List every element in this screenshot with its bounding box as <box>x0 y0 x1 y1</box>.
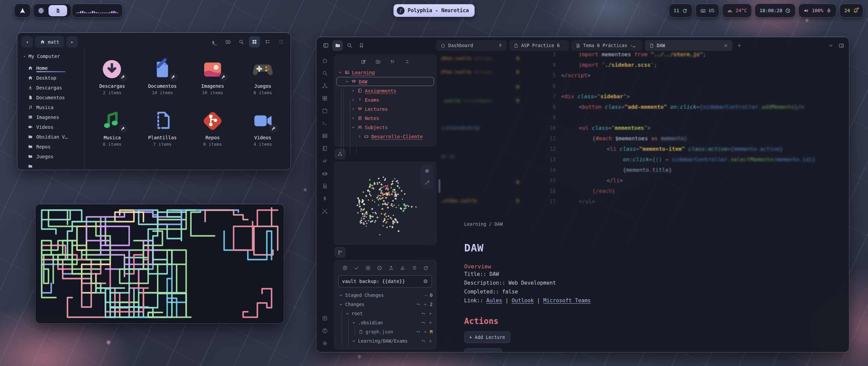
ribbon-search-icon[interactable] <box>320 68 330 78</box>
sidebar-item-descargas[interactable]: Descargas <box>23 83 83 93</box>
bookmarks-button[interactable] <box>356 40 367 51</box>
folder-item-descargas[interactable]: Descargas 2 items <box>89 54 136 105</box>
link-microsoft-teams[interactable]: Microsoft Teams <box>543 298 591 304</box>
sidebar-item-obsidian-v-[interactable]: Obsidian V… <box>23 132 83 142</box>
tree-item-daw[interactable]: DAW <box>336 77 434 86</box>
tree-item-desarrollo-cliente[interactable]: Desarrollo-Cliente <box>336 132 434 141</box>
commit-message-input[interactable]: vault backup: {{date}} <box>338 275 432 287</box>
git-check-button[interactable] <box>354 265 359 271</box>
sidebar-item-juegos[interactable]: Juegos <box>23 151 83 161</box>
discard-icon[interactable] <box>416 330 421 334</box>
git-circleminus-button[interactable] <box>377 265 382 271</box>
pin-icon[interactable] <box>498 43 503 48</box>
caret-down-icon[interactable] <box>351 125 355 129</box>
obsidian-editor-pane[interactable]: dOne.sveltesrc\co…U dTwo.sveltesrc\co…U … <box>439 52 849 352</box>
file-explorer-button[interactable] <box>332 40 343 51</box>
tree-item-assignments[interactable]: Assignments <box>336 86 434 95</box>
ribbon-home-icon[interactable] <box>320 56 330 65</box>
note-breadcrumb[interactable]: Learning / DAW <box>464 221 722 227</box>
git-row-changes[interactable]: Changes 2 <box>338 300 433 309</box>
caret-right-icon[interactable] <box>358 135 361 138</box>
ribbon-tableic-icon[interactable] <box>320 131 330 141</box>
weather-indicator[interactable]: 24°C <box>722 3 752 18</box>
tree-item-learning[interactable]: Learning <box>336 68 434 77</box>
stage-icon[interactable] <box>423 330 428 334</box>
ribbon-gear-icon[interactable] <box>320 339 330 348</box>
tab-daw[interactable]: DAW <box>645 40 732 51</box>
toggle-left-sidebar-button[interactable] <box>320 40 331 51</box>
stage-icon[interactable] <box>423 302 428 307</box>
ribbon-help-icon[interactable] <box>320 326 330 336</box>
caret-right-icon[interactable] <box>351 107 355 111</box>
folder-item-musica[interactable]: Musica 6 items <box>89 105 136 157</box>
graph-view[interactable] <box>334 162 434 245</box>
tree-item-lectures[interactable]: Lectures <box>336 104 434 114</box>
discard-icon[interactable] <box>421 339 426 343</box>
git-circleplus-button[interactable] <box>365 265 371 271</box>
workspace-active[interactable] <box>48 5 67 16</box>
keyboard-layout-indicator[interactable]: US <box>695 3 719 18</box>
ribbon-gamepad-icon[interactable] <box>320 169 330 178</box>
git-circleup-button[interactable] <box>342 265 348 271</box>
caret-down-icon[interactable] <box>345 80 349 83</box>
sidebar-item-musica[interactable]: Musica <box>23 102 83 112</box>
open-terminal-button[interactable]: $_ <box>209 36 220 47</box>
git-downloadtray-button[interactable] <box>400 265 406 271</box>
workspace-switcher[interactable] <box>33 3 71 18</box>
link-aules[interactable]: Aules <box>486 298 502 304</box>
git-refresh-button[interactable] <box>423 265 429 271</box>
breadcrumb[interactable]: matt <box>35 36 64 47</box>
sidebar-item-hidden[interactable] <box>23 161 83 170</box>
git-row-learning-daw-exams[interactable]: Learning/DAW/Exams <box>338 337 433 346</box>
caret-down-icon[interactable] <box>339 303 343 306</box>
notifications-indicator[interactable]: 24 <box>840 3 863 18</box>
git-row-staged-changes[interactable]: Staged Changes —0 <box>338 291 433 300</box>
back-button[interactable]: ◂ <box>21 36 33 47</box>
ribbon-vault-icon[interactable] <box>320 313 330 323</box>
caret-down-icon[interactable] <box>338 70 342 74</box>
git-listic-button[interactable] <box>411 265 417 271</box>
close-icon[interactable] <box>723 43 728 48</box>
ribbon-filesearch-icon[interactable] <box>320 181 330 191</box>
tab-list-dropdown-icon[interactable] <box>828 43 834 48</box>
compact-view-button[interactable] <box>275 36 287 47</box>
git-row-root[interactable]: root <box>338 309 433 318</box>
ribbon-fork-icon[interactable] <box>320 81 330 90</box>
folder-item-imagenes[interactable]: Imagenes 10 items <box>189 54 236 105</box>
graph-settings-button[interactable] <box>422 166 432 176</box>
tab-asp-practice-6[interactable]: ASP Practice 6 <box>509 40 569 51</box>
search-button[interactable] <box>344 40 355 51</box>
caret-right-icon[interactable] <box>351 98 355 102</box>
button--add-lecture[interactable]: + Add Lecture <box>464 331 510 343</box>
caret-down-icon[interactable] <box>352 339 356 343</box>
app-launcher-button[interactable] <box>14 3 31 18</box>
sidebar-item-videos[interactable]: Videos <box>23 122 83 132</box>
clear-icon[interactable] <box>423 279 428 284</box>
ribbon-dollar-icon[interactable] <box>320 194 330 203</box>
workspace-firefox-icon[interactable] <box>37 7 45 15</box>
caret-right-icon[interactable] <box>351 89 355 93</box>
list-view-button[interactable] <box>262 36 273 47</box>
caret-down-icon[interactable] <box>352 321 356 325</box>
stage-icon[interactable] <box>428 321 433 325</box>
graph-panel-tab[interactable] <box>335 149 346 159</box>
caret-down-icon[interactable] <box>339 293 343 297</box>
folder-item-repos[interactable]: Repos 6 items <box>189 105 236 157</box>
new-tab-button[interactable] <box>734 41 744 50</box>
tab-tema-6-pr-cticas-[interactable]: Tema 6 Prácticas -… <box>571 40 643 51</box>
sidebar-item-desktop[interactable]: Desktop <box>23 73 83 83</box>
local-graph-panel[interactable] <box>334 162 436 245</box>
explorer-edit-button[interactable] <box>361 59 366 64</box>
git-row-graph-json[interactable]: graph.json M <box>338 327 433 337</box>
git-row--obsidian[interactable]: .obsidian <box>338 318 433 327</box>
git-panel-tab[interactable] <box>335 247 346 258</box>
tree-item-notes[interactable]: Notes <box>336 114 434 123</box>
folder-item-documentos[interactable]: Documentos 14 items <box>139 54 186 105</box>
sidebar-item-home[interactable]: Home <box>23 63 83 73</box>
git-upload-button[interactable] <box>388 265 394 271</box>
tree-item-exams[interactable]: Exams <box>336 95 434 104</box>
explorer-folderplus-button[interactable] <box>375 59 381 64</box>
search-button[interactable] <box>236 36 247 47</box>
explorer-collapse-button[interactable] <box>405 59 410 64</box>
folder-item-juegos[interactable]: Juegos 8 items <box>239 54 286 105</box>
